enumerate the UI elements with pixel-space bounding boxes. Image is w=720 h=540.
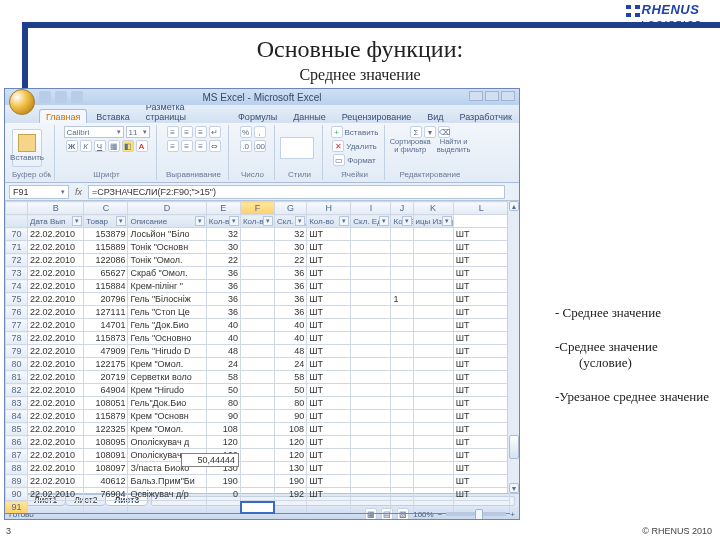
sort-filter-button[interactable]: Сортировка и фильтр: [390, 138, 431, 154]
slide-title: Основные функции:: [0, 36, 720, 63]
font-group-label: Шрифт: [60, 170, 153, 179]
number-group-label: Число: [234, 170, 271, 179]
align-bot-button[interactable]: ≡: [195, 126, 207, 138]
maximize-button[interactable]: [485, 91, 499, 101]
styles-group-label: Стили: [280, 170, 319, 179]
align-left-button[interactable]: ≡: [167, 140, 179, 152]
underline-button[interactable]: Ч: [94, 140, 106, 152]
font-size-combo[interactable]: 11▾: [126, 126, 150, 138]
align-right-button[interactable]: ≡: [195, 140, 207, 152]
formula-input[interactable]: =СРЗНАЧЕСЛИ(F2:F90;">15"): [88, 185, 505, 199]
ribbon: Вставить Буфер обм… Calibri▾ 11▾ Ж К Ч ▦…: [5, 123, 519, 183]
bullet-1: - Среднее значение: [555, 305, 710, 321]
zoom-in-button[interactable]: +: [510, 510, 515, 519]
percent-button[interactable]: %: [240, 126, 252, 138]
cells-group-label: Ячейки: [328, 170, 381, 179]
cell-styles-button[interactable]: [280, 137, 314, 159]
ribbon-tab-6[interactable]: Вид: [420, 109, 450, 123]
wrap-button[interactable]: ↵: [209, 126, 221, 138]
ribbon-tab-3[interactable]: Формулы: [231, 109, 284, 123]
slide-top-bar: [22, 22, 720, 28]
fx-icon[interactable]: fx: [75, 187, 82, 197]
scroll-down-button[interactable]: ▼: [509, 483, 519, 493]
bold-button[interactable]: Ж: [66, 140, 78, 152]
merge-button[interactable]: ⇔: [209, 140, 221, 152]
slide-subtitle: Среднее значение: [0, 66, 720, 84]
comma-button[interactable]: ,: [254, 126, 266, 138]
ribbon-tab-0[interactable]: Главная: [39, 109, 87, 123]
side-bullets: - Среднее значение -Среднее значение(усл…: [555, 305, 710, 423]
spreadsheet-grid[interactable]: BCDEFGHIJKLДата ВыпТоварОписаниеКол-воКо…: [5, 201, 510, 514]
insert-cells-button[interactable]: +: [331, 126, 343, 138]
quick-access-toolbar[interactable]: [39, 91, 83, 103]
ribbon-tabs: ГлавнаяВставкаРазметка страницыФормулыДа…: [5, 105, 519, 123]
font-color-button[interactable]: A: [136, 140, 148, 152]
scroll-thumb[interactable]: [509, 435, 519, 459]
border-button[interactable]: ▦: [108, 140, 120, 152]
scroll-up-button[interactable]: ▲: [509, 201, 519, 211]
edit-group-label: Редактирование: [390, 170, 470, 179]
footer-copyright: © RHENUS 2010: [642, 526, 712, 536]
page-number: 3: [6, 526, 11, 536]
zoom-slider[interactable]: [446, 512, 506, 516]
ribbon-tab-4[interactable]: Данные: [286, 109, 333, 123]
fill-color-button[interactable]: ◧: [122, 140, 134, 152]
office-button[interactable]: [9, 89, 35, 115]
paste-button[interactable]: Вставить: [12, 129, 42, 167]
align-center-button[interactable]: ≡: [181, 140, 193, 152]
result-cell: 50,44444: [181, 453, 239, 467]
ribbon-tab-7[interactable]: Разработчик: [453, 109, 519, 123]
grid-area: BCDEFGHIJKLДата ВыпТоварОписаниеКол-воКо…: [5, 201, 519, 493]
font-name-combo[interactable]: Calibri▾: [64, 126, 124, 138]
format-cells-button[interactable]: ▭: [333, 154, 345, 166]
find-select-button[interactable]: Найти и выделить: [437, 138, 471, 154]
excel-titlebar: MS Excel - Microsoft Excel: [5, 89, 519, 105]
formula-bar: F91▾ fx =СРЗНАЧЕСЛИ(F2:F90;">15"): [5, 183, 519, 201]
delete-cells-button[interactable]: ✕: [332, 140, 344, 152]
align-group-label: Выравнивание: [162, 170, 225, 179]
italic-button[interactable]: К: [80, 140, 92, 152]
align-mid-button[interactable]: ≡: [181, 126, 193, 138]
minimize-button[interactable]: [469, 91, 483, 101]
excel-window: MS Excel - Microsoft Excel ГлавнаяВставк…: [4, 88, 520, 520]
bullet-3: -Урезаное среднее значение: [555, 389, 710, 405]
close-button[interactable]: [501, 91, 515, 101]
svg-rect-2: [626, 9, 640, 13]
dec-dec-button[interactable]: .00: [254, 140, 266, 152]
clipboard-group-label: Буфер обм…: [12, 170, 51, 179]
inc-dec-button[interactable]: .0: [240, 140, 252, 152]
align-top-button[interactable]: ≡: [167, 126, 179, 138]
name-box[interactable]: F91▾: [9, 185, 69, 199]
bullet-2: -Среднее значение(условие): [555, 339, 710, 371]
vertical-scrollbar[interactable]: ▲ ▼: [507, 201, 519, 493]
paste-icon: [18, 134, 36, 152]
window-title: MS Excel - Microsoft Excel: [203, 92, 322, 103]
ribbon-tab-5[interactable]: Рецензирование: [335, 109, 419, 123]
ribbon-tab-1[interactable]: Вставка: [89, 109, 136, 123]
